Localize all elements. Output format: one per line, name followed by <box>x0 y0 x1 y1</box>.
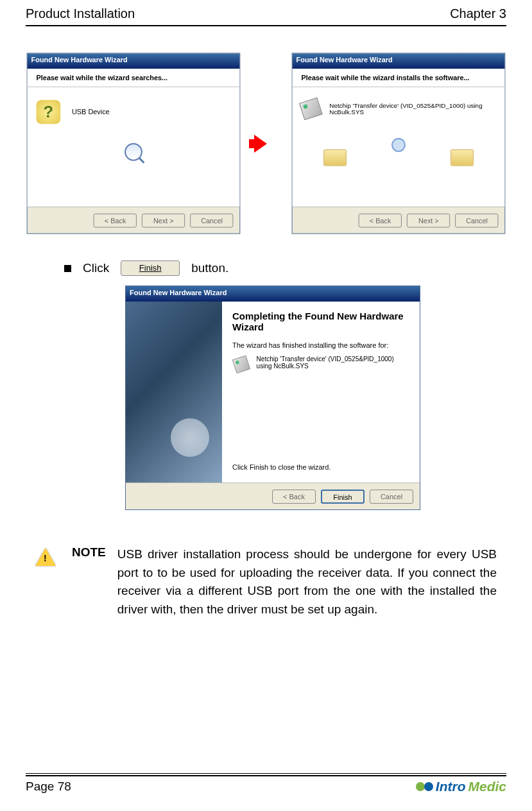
wizard1-back-button[interactable]: < Back <box>94 213 137 227</box>
wizard3-cancel-button[interactable]: Cancel <box>370 490 413 504</box>
wizard3-back-button[interactable]: < Back <box>272 490 316 504</box>
footer-rule-1 <box>26 773 506 774</box>
wizard3-buttons: < Back Finish Cancel <box>126 482 420 509</box>
wizard1-cancel-button[interactable]: Cancel <box>190 213 233 227</box>
wizard3-side-graphic <box>126 302 222 482</box>
wizard-install: Found New Hardware Wizard Please wait wh… <box>291 53 505 234</box>
footer-logo: IntroMedic <box>416 779 506 794</box>
search-icon <box>124 143 142 161</box>
wizard3-line3: Click Finish to close the wizard. <box>232 463 409 471</box>
warning-icon <box>35 548 56 566</box>
wizard2-titlebar: Found New Hardware Wizard <box>292 53 504 69</box>
wizard2-back-button[interactable]: < Back <box>359 213 402 227</box>
wizard1-next-button[interactable]: Next > <box>142 213 185 227</box>
finish-button-inline-label: Finish <box>139 263 162 273</box>
wizard2-buttons: < Back Next > Cancel <box>292 207 504 234</box>
note-text: USB driver installation process should b… <box>117 545 497 619</box>
logo-dot-blue <box>424 782 433 791</box>
wizard1-titlebar: Found New Hardware Wizard <box>28 53 240 69</box>
wizard2-next-button[interactable]: Next > <box>407 213 450 227</box>
red-arrow-icon <box>254 135 267 153</box>
wizard1-body: USB Device <box>28 87 240 207</box>
note-label: NOTE <box>72 545 106 619</box>
bullet-click-finish: Click Finish button. <box>64 260 506 276</box>
logo-dot-green <box>416 782 425 791</box>
wizard2-subhead: Please wait while the wizard installs th… <box>292 69 504 87</box>
device-card-icon <box>299 98 323 121</box>
wizard-search: Found New Hardware Wizard Please wait wh… <box>27 53 241 234</box>
logo-text-2: Medic <box>468 779 506 794</box>
square-bullet-icon <box>64 265 71 272</box>
wizard2-cancel-button[interactable]: Cancel <box>455 213 498 227</box>
folder-icon-2 <box>450 149 474 166</box>
page-number: Page 78 <box>26 780 71 794</box>
wizard2-device: Netchip 'Transfer device' (VID_0525&PID_… <box>329 102 496 116</box>
logo-text-1: Intro <box>436 779 466 794</box>
bullet-suffix: button. <box>191 261 228 275</box>
disc-icon <box>391 138 406 152</box>
wizard1-buttons: < Back Next > Cancel <box>28 207 240 234</box>
finish-button-inline[interactable]: Finish <box>121 260 180 276</box>
wizard3-heading: Completing the Found New Hardware Wizard <box>232 311 409 332</box>
wizard1-subhead: Please wait while the wizard searches... <box>28 69 240 87</box>
folder-icon <box>323 149 347 166</box>
header-right: Chapter 3 <box>450 6 506 21</box>
wizard3-line2: Netchip 'Transfer device' (VID_0525&PID_… <box>257 355 409 370</box>
wizard-complete: Found New Hardware Wizard Completing the… <box>125 286 420 510</box>
wizard1-device: USB Device <box>72 108 110 116</box>
question-icon <box>37 100 61 124</box>
header-left: Product Installation <box>26 6 135 21</box>
wizard2-body: Netchip 'Transfer device' (VID_0525&PID_… <box>292 87 504 207</box>
header-rule <box>26 25 506 26</box>
wizard3-line1: The wizard has finished installing the s… <box>232 341 409 349</box>
device-card-icon-2 <box>232 355 250 373</box>
wizard3-finish-button[interactable]: Finish <box>321 490 365 504</box>
bullet-click-text: Click <box>83 261 109 275</box>
wizard3-titlebar: Found New Hardware Wizard <box>126 286 420 302</box>
note-block: NOTE USB driver installation process sho… <box>26 545 506 619</box>
